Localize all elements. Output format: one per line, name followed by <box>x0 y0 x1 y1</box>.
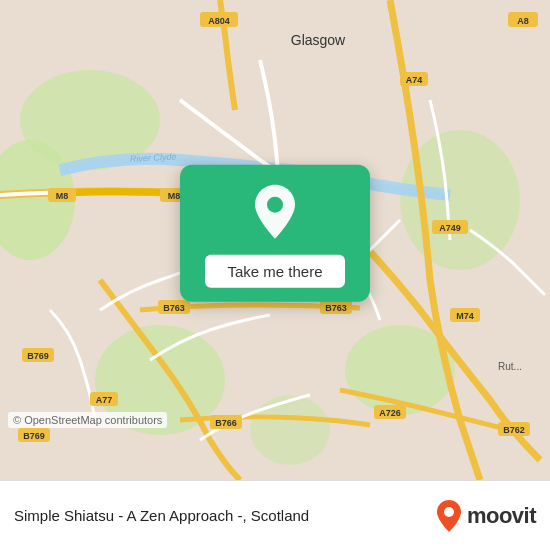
take-me-there-button[interactable]: Take me there <box>205 255 344 288</box>
svg-text:Glasgow: Glasgow <box>291 32 346 48</box>
svg-text:B763: B763 <box>163 303 185 313</box>
svg-text:A804: A804 <box>208 16 230 26</box>
moovit-brand-text: moovit <box>467 503 536 529</box>
svg-text:B762: B762 <box>503 425 525 435</box>
svg-text:Rut...: Rut... <box>498 361 522 372</box>
moovit-logo: moovit <box>435 499 536 533</box>
moovit-pin-icon <box>435 499 463 533</box>
place-name: Simple Shiatsu - A Zen Approach -, Scotl… <box>14 507 435 524</box>
map-container: River Clyde A804 <box>0 0 550 480</box>
bottom-bar: Simple Shiatsu - A Zen Approach -, Scotl… <box>0 480 550 550</box>
map-attribution: © OpenStreetMap contributors <box>8 412 167 428</box>
svg-text:A749: A749 <box>439 223 461 233</box>
location-card: Take me there <box>180 165 370 302</box>
location-pin-icon <box>251 183 299 241</box>
svg-point-6 <box>250 395 330 465</box>
svg-text:M8: M8 <box>168 191 181 201</box>
svg-text:A74: A74 <box>406 75 423 85</box>
svg-text:B769: B769 <box>23 431 45 441</box>
svg-text:B763: B763 <box>325 303 347 313</box>
svg-text:M74: M74 <box>456 311 474 321</box>
svg-text:A77: A77 <box>96 395 113 405</box>
svg-text:M8: M8 <box>56 191 69 201</box>
svg-text:A8: A8 <box>517 16 529 26</box>
svg-point-41 <box>444 507 454 517</box>
svg-text:B769: B769 <box>27 351 49 361</box>
svg-text:A726: A726 <box>379 408 401 418</box>
svg-point-40 <box>267 197 283 213</box>
svg-text:B766: B766 <box>215 418 237 428</box>
